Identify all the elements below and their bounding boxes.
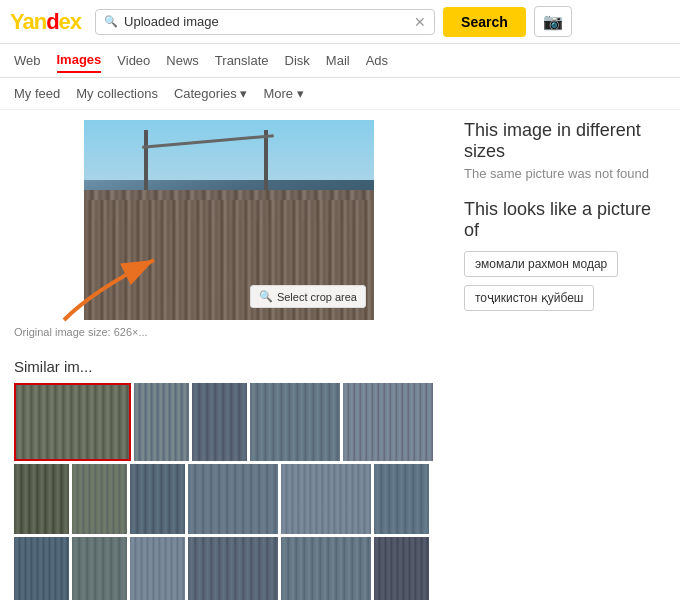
left-panel: 🔍 Select crop area Original image size: … [14, 120, 444, 338]
list-item[interactable] [134, 383, 189, 461]
search-input-value: Uploaded image [124, 14, 408, 29]
camera-search-button[interactable]: 📷 [534, 6, 572, 37]
subnav-categories[interactable]: Categories ▾ [174, 82, 247, 105]
nav-images[interactable]: Images [57, 48, 102, 73]
list-item[interactable] [14, 383, 131, 461]
select-crop-tooltip[interactable]: 🔍 Select crop area [250, 285, 366, 308]
list-item[interactable] [14, 464, 69, 534]
right-panel: This image in different sizes The same p… [464, 120, 666, 338]
subnav-my-feed[interactable]: My feed [14, 82, 60, 105]
list-item[interactable] [281, 537, 371, 600]
main-content: 🔍 Select crop area Original image size: … [0, 110, 680, 348]
search-bar: 🔍 Uploaded image ✕ [95, 9, 435, 35]
nav-disk[interactable]: Disk [285, 49, 310, 72]
nav-video[interactable]: Video [117, 49, 150, 72]
list-item[interactable] [130, 537, 185, 600]
list-item[interactable] [374, 537, 429, 600]
similar-images-title: Similar im... [14, 358, 666, 375]
image-grid-row-3 [14, 537, 666, 600]
tag-buttons-container: эмомали рахмон модар тоҷикистон қуйбеш [464, 251, 666, 311]
list-item[interactable] [343, 383, 433, 461]
similar-images-section: Similar im... [0, 348, 680, 600]
right-title-1: This image in different sizes [464, 120, 666, 162]
original-size-label: Original image size: 626×... [14, 326, 444, 338]
search-button[interactable]: Search [443, 7, 526, 37]
nav-news[interactable]: News [166, 49, 199, 72]
main-nav: Web Images Video News Translate Disk Mai… [0, 44, 680, 78]
list-item[interactable] [14, 537, 69, 600]
list-item[interactable] [374, 464, 429, 534]
subnav-more[interactable]: More ▾ [263, 82, 303, 105]
tag-button-2[interactable]: тоҷикистон қуйбеш [464, 285, 594, 311]
right-subtitle: The same picture was not found [464, 166, 666, 181]
sub-nav: My feed My collections Categories ▾ More… [0, 78, 680, 110]
list-item[interactable] [281, 464, 371, 534]
list-item[interactable] [192, 383, 247, 461]
list-item[interactable] [250, 383, 340, 461]
tag-button-1[interactable]: эмомали рахмон модар [464, 251, 618, 277]
list-item[interactable] [72, 464, 127, 534]
yandex-logo[interactable]: Yandex [10, 9, 81, 35]
subnav-my-collections[interactable]: My collections [76, 82, 158, 105]
list-item[interactable] [188, 537, 278, 600]
image-grid-row-2 [14, 464, 666, 534]
list-item[interactable] [188, 464, 278, 534]
image-grid-row-1 [14, 383, 666, 461]
right-title-2: This looks like a picture of [464, 199, 666, 241]
crop-search-icon: 🔍 [259, 290, 273, 303]
list-item[interactable] [72, 537, 127, 600]
clear-search-button[interactable]: ✕ [414, 14, 426, 30]
nav-ads[interactable]: Ads [366, 49, 388, 72]
nav-web[interactable]: Web [14, 49, 41, 72]
crop-tooltip-text: Select crop area [277, 291, 357, 303]
uploaded-image-wrapper: 🔍 Select crop area [84, 120, 374, 320]
search-bar-icon: 🔍 [104, 15, 118, 28]
nav-translate[interactable]: Translate [215, 49, 269, 72]
list-item[interactable] [130, 464, 185, 534]
header: Yandex 🔍 Uploaded image ✕ Search 📷 [0, 0, 680, 44]
uploaded-image: 🔍 Select crop area [84, 120, 374, 320]
nav-mail[interactable]: Mail [326, 49, 350, 72]
